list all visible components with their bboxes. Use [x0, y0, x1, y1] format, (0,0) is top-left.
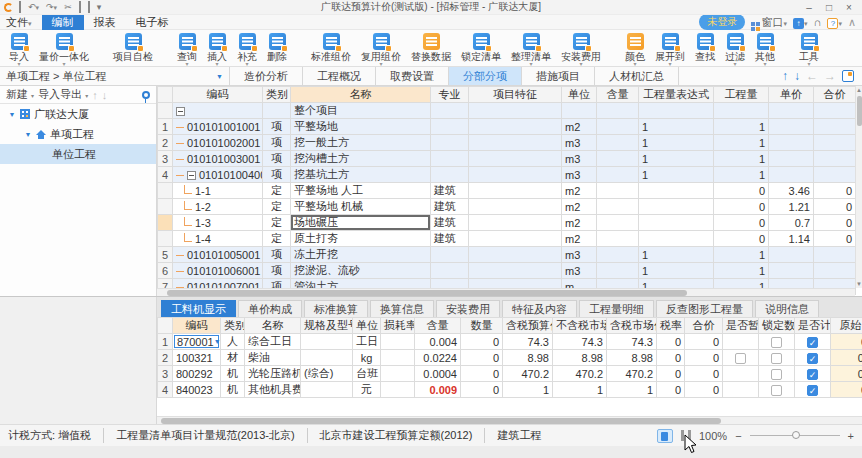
minimize-button[interactable]: –: [800, 2, 818, 13]
detail-tab-说明信息[interactable]: 说明信息: [755, 300, 819, 317]
row-number-cell[interactable]: [158, 199, 173, 215]
cell-cat[interactable]: 定: [263, 199, 291, 215]
row-number-cell[interactable]: 3: [158, 151, 173, 167]
detail-tab-换算信息[interactable]: 换算信息: [370, 300, 434, 317]
cell-cat[interactable]: 机: [221, 366, 245, 382]
column-header-不含税市场价[interactable]: 不含税市场价: [553, 318, 607, 334]
cell-unit[interactable]: m2: [562, 119, 597, 135]
collapse-ribbon-icon[interactable]: ∧: [848, 16, 856, 29]
cell-original-content[interactable]: 0: [831, 334, 862, 350]
cell-content[interactable]: [597, 199, 639, 215]
cell-unit[interactable]: 工日: [353, 334, 381, 350]
cell-price[interactable]: [769, 135, 814, 151]
collapse-icon[interactable]: [187, 171, 196, 180]
column-header-单位[interactable]: 单位: [562, 87, 597, 103]
pause-columns-icon[interactable]: [681, 430, 691, 441]
cell-lock-quantity[interactable]: [759, 350, 795, 366]
cell-qty[interactable]: 0: [714, 231, 769, 247]
查找-button[interactable]: 查找: [690, 32, 720, 67]
main-hscrollbar[interactable]: [157, 288, 855, 296]
cell-total[interactable]: [814, 119, 856, 135]
detail-table-row[interactable]: 2100321材柴油kg0.022408.988.988.9800✓0.: [158, 350, 862, 366]
cell-major[interactable]: 建筑: [431, 231, 469, 247]
checkbox-checked-icon[interactable]: ✓: [807, 337, 818, 348]
column-header-项目特征[interactable]: 项目特征: [469, 87, 562, 103]
cell-name[interactable]: 平整场地 机械: [291, 199, 431, 215]
view-tab-造价分析[interactable]: 造价分析: [230, 67, 303, 85]
cell-code[interactable]: 1-2: [173, 199, 263, 215]
detail-table-row[interactable]: 3800292机光轮压路机(综合)台班0.00040470.2470.2470.…: [158, 366, 862, 382]
code-editor[interactable]: 870001▼: [174, 335, 219, 348]
redo-icon[interactable]: ↷▾: [46, 2, 57, 13]
cell-loss[interactable]: [381, 350, 415, 366]
column-header-锁定数量[interactable]: 锁定数量: [759, 318, 795, 334]
column-header-规格及型号[interactable]: 规格及型号: [301, 318, 353, 334]
cell-original-content[interactable]: 0: [831, 382, 862, 398]
batch-locate-icon[interactable]: [842, 70, 854, 82]
breadcrumb[interactable]: 单项工程 > 单位工程 ▼: [0, 67, 230, 85]
cell-name[interactable]: 光轮压路机: [245, 366, 301, 382]
detail-tab-工料机显示[interactable]: 工料机显示: [161, 300, 236, 317]
cell-name[interactable]: 挖沟槽土方: [291, 151, 431, 167]
column-header-类别[interactable]: 类别: [263, 87, 291, 103]
cell-total[interactable]: [814, 263, 856, 279]
checkbox-checked-icon[interactable]: ✓: [807, 385, 818, 396]
cell-qty[interactable]: 0: [714, 215, 769, 231]
cell-major[interactable]: [431, 103, 469, 119]
cell-lock-quantity[interactable]: [759, 366, 795, 382]
zoom-slider-thumb[interactable]: [792, 431, 800, 439]
column-header-含税市场价[interactable]: 含税市场价: [607, 318, 657, 334]
cell-code[interactable]: 010101006001: [173, 263, 263, 279]
cell-cat[interactable]: 机: [221, 382, 245, 398]
cell-cat[interactable]: 项: [263, 263, 291, 279]
cell-feature[interactable]: [469, 119, 562, 135]
cell-code[interactable]: 800292: [173, 366, 221, 382]
cell-code[interactable]: 840023: [173, 382, 221, 398]
cell-tax-rate[interactable]: 0: [657, 382, 685, 398]
cell-code[interactable]: 010101002001: [173, 135, 263, 151]
cell-major[interactable]: [431, 247, 469, 263]
cell-unit[interactable]: m3: [562, 247, 597, 263]
dropdown-caret-icon[interactable]: ▼: [214, 338, 221, 345]
cell-unit[interactable]: m3: [562, 263, 597, 279]
cell-qty[interactable]: 1: [714, 151, 769, 167]
cell-code[interactable]: 1-3: [173, 215, 263, 231]
cell-total[interactable]: 0: [685, 334, 723, 350]
cell-qty[interactable]: 1: [714, 135, 769, 151]
cell-content[interactable]: [597, 135, 639, 151]
view-tab-人材机汇总[interactable]: 人材机汇总: [595, 67, 679, 85]
checkbox-checked-icon[interactable]: ✓: [807, 353, 818, 364]
cell-total[interactable]: [814, 167, 856, 183]
cell-spec[interactable]: [301, 350, 353, 366]
cell-market-price-in-tax[interactable]: 470.2: [607, 366, 657, 382]
row-number-cell[interactable]: 3: [158, 366, 173, 382]
cell-name[interactable]: 综合工日: [245, 334, 301, 350]
cell-content[interactable]: 0.009: [415, 382, 461, 398]
table-row[interactable]: 1-3定场地碾压建筑m200.70: [158, 215, 856, 231]
展开到-button[interactable]: 展开到▾: [650, 32, 690, 67]
detail-tab-工程量明细[interactable]: 工程量明细: [579, 300, 654, 317]
cell-budget-price[interactable]: 74.3: [503, 334, 553, 350]
column-header-单位[interactable]: 单位: [353, 318, 381, 334]
view-tab-工程概况[interactable]: 工程概况: [303, 67, 376, 85]
cell-cat[interactable]: [263, 103, 291, 119]
move-right-icon[interactable]: →: [824, 69, 836, 83]
column-header-编码[interactable]: 编码: [173, 318, 221, 334]
row-number-cell[interactable]: [158, 231, 173, 247]
cell-total[interactable]: 0: [814, 231, 856, 247]
cell-lock-quantity[interactable]: [759, 382, 795, 398]
row-number-cell[interactable]: [158, 183, 173, 199]
column-header-专业[interactable]: 专业: [431, 87, 469, 103]
column-header-是否暂估[interactable]: 是否暂估: [723, 318, 759, 334]
menu-tab-编制[interactable]: 编制: [42, 15, 84, 30]
cell-major[interactable]: [431, 119, 469, 135]
copy-icon[interactable]: [79, 2, 81, 12]
main-vscrollbar[interactable]: ▲ ▼: [855, 86, 862, 288]
cell-cat[interactable]: 项: [263, 247, 291, 263]
cell-market-price-in-tax[interactable]: 74.3: [607, 334, 657, 350]
table-row[interactable]: 5010101005001项冻土开挖m311: [158, 247, 856, 263]
cell-total[interactable]: [814, 103, 856, 119]
cell-code[interactable]: 010101004001: [173, 167, 263, 183]
cell-cat[interactable]: 定: [263, 231, 291, 247]
cell-spec[interactable]: (综合): [301, 366, 353, 382]
